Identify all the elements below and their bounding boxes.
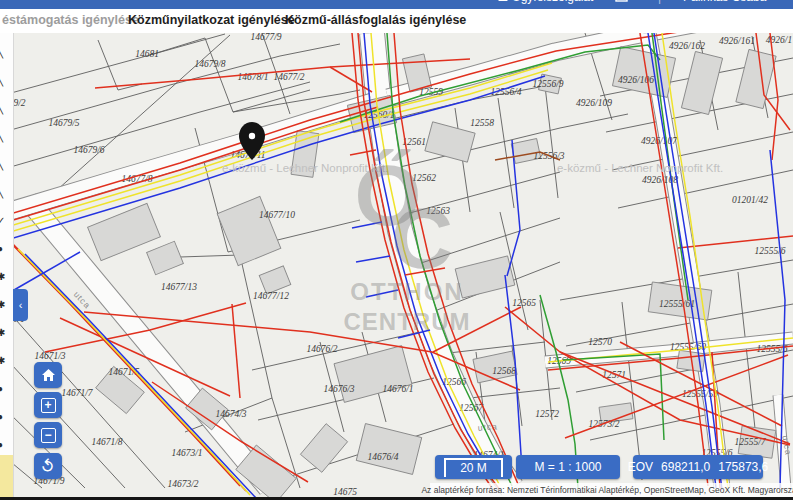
menu-item-utility-position[interactable]: Közmű-állásfoglalás igénylése xyxy=(285,13,466,27)
menu-item-design-support[interactable]: éstámogatás igénylése xyxy=(2,13,139,27)
map-canvas[interactable]: 1468114679/814678/114677/914677/214679/2… xyxy=(0,33,793,500)
otthon-centrum-text: CENTRUM xyxy=(344,308,471,335)
panel-edge-glyph: ╲ xyxy=(0,159,3,170)
panel-edge-glyph: ✱ xyxy=(0,355,5,366)
parcel-label: 12568 xyxy=(492,366,516,376)
parcel-label: 14677/2 xyxy=(273,72,304,82)
user-menu[interactable]: Pálinkás Csaba xyxy=(683,0,766,4)
coordinates-button[interactable]: EOV 698211,0 175873,6 xyxy=(633,455,763,479)
layer-panel-edge[interactable]: ╲╲╲╲╲╲✓●✱✱✱✱●●● xyxy=(0,33,14,500)
parcel-label: 14671/7 xyxy=(61,388,93,398)
parcel-label: 14679/8 xyxy=(194,59,225,69)
top-app-bar: Ügyfélszolgálat | Pálinkás Csaba xyxy=(0,0,793,9)
apps-grid-icon[interactable] xyxy=(615,0,628,5)
parcel-label: 14676/3 xyxy=(323,384,354,394)
panel-edge-glyph: ✱ xyxy=(0,299,5,310)
parcel-label: 14677/10 xyxy=(259,210,295,220)
plus-icon: + xyxy=(41,398,56,413)
parcel-label: 12570 xyxy=(588,337,612,347)
layer-panel-highlight xyxy=(0,455,13,497)
panel-collapse-button[interactable]: ‹ xyxy=(13,289,28,321)
support-link[interactable]: Ügyfélszolgálat xyxy=(512,0,593,4)
coords-y-value: 175873,6 xyxy=(718,460,768,474)
panel-edge-glyph: ● xyxy=(0,243,3,254)
parcel-label: 4926/109 xyxy=(576,98,612,108)
topbar-divider: | xyxy=(658,0,661,4)
parcel-label: 14677/12 xyxy=(253,291,289,301)
parcel-label: 14677/9 xyxy=(250,32,281,42)
parcel-label: 12556/9 xyxy=(532,79,563,89)
parcel-label: 12565 xyxy=(512,298,536,308)
minus-icon: − xyxy=(41,428,56,443)
map-drawing: 1468114679/814678/114677/914677/214679/2… xyxy=(0,0,793,500)
ekozmu-watermark: e-közmű - Lechner Nonprofit Kft. xyxy=(557,162,723,174)
parcel-label: 01201/42 xyxy=(732,195,768,205)
zoom-out-button[interactable]: − xyxy=(34,422,62,448)
parcel-label: 12555/61 xyxy=(659,299,695,309)
parcel-label: 14679/6 xyxy=(73,145,104,155)
panel-edge-glyph: ✓ xyxy=(0,215,5,226)
app-window: Ügyfélszolgálat | Pálinkás Csaba éstámog… xyxy=(0,0,793,500)
parcel-label: 4926/161 xyxy=(719,36,755,46)
otthon-centrum-logo: C xyxy=(391,190,453,286)
parcel-label: 14676/1 xyxy=(382,384,413,394)
panel-edge-glyph: ✱ xyxy=(0,271,5,282)
panel-edge-glyph: ╲ xyxy=(0,187,3,198)
parcel-label: 14677/13 xyxy=(161,282,197,292)
coords-x-value: 698211,0 xyxy=(661,460,710,474)
menu-item-utility-statement[interactable]: Közműnyilatkozat igénylése xyxy=(128,13,295,27)
parcel-label: 14671/8 xyxy=(91,437,122,447)
scale-ratio-button[interactable]: M = 1 : 1000 xyxy=(516,455,620,479)
parcel-label: 14676/4 xyxy=(367,452,398,462)
chevron-left-icon: ‹ xyxy=(19,299,23,311)
undo-icon: ↺ xyxy=(36,454,61,479)
panel-edge-glyph: ╲ xyxy=(0,47,3,58)
panel-edge-glyph: ╲ xyxy=(0,75,3,86)
parcel-label: 14675 xyxy=(333,487,357,497)
parcel-label: 14674/3 xyxy=(215,409,246,419)
parcel-label: 12558 xyxy=(470,118,494,128)
panel-edge-glyph: ╲ xyxy=(0,103,3,114)
home-icon xyxy=(41,368,56,382)
zoom-in-button[interactable]: + xyxy=(34,392,62,418)
undo-extent-button[interactable]: ↺ xyxy=(34,453,62,479)
parcel-label: 14676/2 xyxy=(306,344,337,354)
parcel-label: 14671/3 xyxy=(34,351,65,361)
panel-edge-glyph: ● xyxy=(0,411,3,422)
panel-edge-glyph: ● xyxy=(0,439,3,450)
user-support-icon xyxy=(497,0,509,5)
home-button[interactable] xyxy=(34,362,62,388)
panel-edge-glyph: ● xyxy=(0,383,3,394)
main-menu-bar: éstámogatás igénylése Közműnyilatkozat i… xyxy=(0,9,793,33)
panel-edge-glyph: ╲ xyxy=(0,131,3,142)
scale-bar-label: 20 M xyxy=(444,458,503,477)
parcel-label: 14673/1 xyxy=(171,448,202,458)
coords-system-label: EOV xyxy=(628,460,653,474)
parcel-label: 4926/162 xyxy=(669,41,705,51)
parcel-label: 14681 xyxy=(135,49,159,59)
otthon-centrum-text: OTTHON xyxy=(350,278,463,305)
panel-edge-glyph: ✱ xyxy=(0,327,5,338)
parcel-label: 14673/2 xyxy=(167,479,198,489)
parcel-label: 12572 xyxy=(535,409,559,419)
parcel-label: 4926/108 xyxy=(642,175,678,185)
scale-bar-button[interactable]: 20 M xyxy=(435,455,512,479)
parcel-label: 4926/107 xyxy=(641,136,678,146)
map-attribution: Az alaptérkép forrása: Nemzeti Térinform… xyxy=(430,483,793,497)
parcel-label: 14679/5 xyxy=(48,118,79,128)
scale-ratio-label: M = 1 : 1000 xyxy=(534,460,601,474)
